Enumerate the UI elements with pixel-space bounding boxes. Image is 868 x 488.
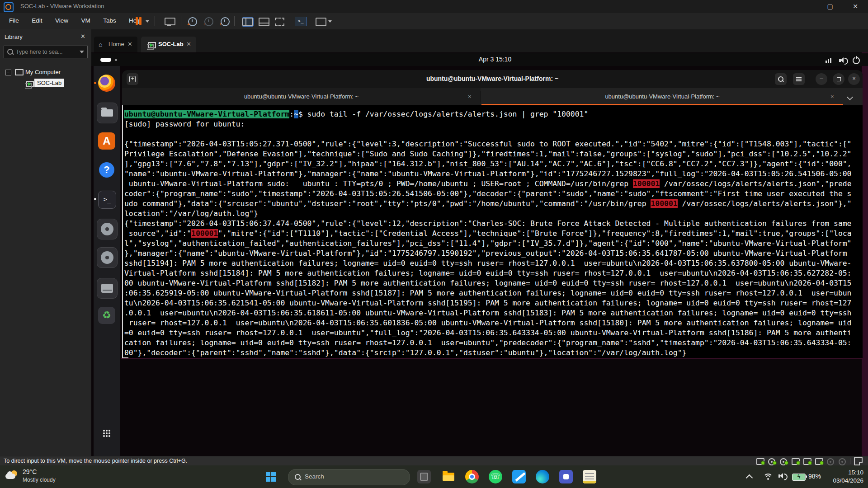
- blue-app-icon[interactable]: [559, 470, 573, 483]
- file-explorer-icon[interactable]: [442, 470, 455, 483]
- tab-home-close-icon[interactable]: ✕: [127, 41, 132, 47]
- usb-icon[interactable]: [826, 458, 835, 464]
- network-adapter-icon[interactable]: [803, 458, 811, 464]
- library-search-input[interactable]: Type here to sea...: [4, 46, 88, 58]
- terminal-close-button[interactable]: ×: [848, 73, 860, 85]
- tree-expander-icon[interactable]: −: [5, 70, 11, 75]
- show-thumbnail-bar-button[interactable]: [259, 18, 269, 26]
- window-minimize-button[interactable]: –: [792, 0, 817, 13]
- terminal-search-button[interactable]: [775, 73, 787, 85]
- weather-widget[interactable]: 29°C Mostly cloudy: [5, 468, 78, 486]
- dock-recycle-icon[interactable]: ♻: [97, 305, 117, 325]
- pause-button-icon[interactable]: [136, 17, 138, 25]
- menu-view[interactable]: View: [50, 13, 74, 24]
- show-library-button[interactable]: [242, 18, 253, 26]
- notepad-icon[interactable]: [583, 470, 596, 483]
- terminal-left-edge-line: [122, 105, 123, 358]
- workspace-pill-indicator[interactable]: [100, 58, 111, 62]
- vmware-titlebar: SOC-Lab - VMware Workstation – ▢ ✕: [0, 0, 868, 13]
- cdrom-icon[interactable]: [779, 458, 788, 464]
- manage-snapshots-button[interactable]: ›: [221, 17, 230, 26]
- floppy-icon[interactable]: [791, 458, 799, 464]
- enter-fullscreen-button[interactable]: [316, 18, 326, 26]
- pause-button-icon[interactable]: [139, 17, 142, 25]
- tab-home-label: Home: [108, 41, 124, 47]
- menu-vm[interactable]: VM: [75, 13, 95, 24]
- message-log-icon[interactable]: [854, 457, 863, 465]
- fullscreen-caret[interactable]: [328, 20, 332, 23]
- tab-separator: [481, 91, 481, 103]
- dock-app-grid-icon[interactable]: [97, 423, 117, 443]
- tree-item-soc-lab[interactable]: SOC-Lab: [0, 78, 91, 88]
- vm-display[interactable]: Apr 3 15:10 A ? >_ ♻ ubuntu@ubuntu-VMwar…: [91, 52, 868, 456]
- terminal-minimize-button[interactable]: –: [816, 73, 827, 85]
- terminal-line: location":"/var/log/auth.log"}: [124, 209, 863, 219]
- dock-firefox-icon[interactable]: [97, 73, 117, 93]
- unity-view-button[interactable]: [275, 18, 284, 26]
- chrome-icon[interactable]: [465, 470, 479, 483]
- dock-help-icon[interactable]: ?: [97, 160, 117, 180]
- library-search-placeholder: Type here to sea...: [16, 49, 63, 55]
- terminal-tab-2-active[interactable]: ubuntu@ubuntu-VMware-Virtual-Platform: ~…: [481, 88, 843, 105]
- sound-icon[interactable]: [815, 458, 823, 464]
- terminal-tab-1[interactable]: ubuntu@ubuntu-VMware-Virtual-Platform: ~…: [122, 88, 481, 105]
- terminal-tab-1-close-icon[interactable]: ×: [468, 93, 472, 100]
- take-snapshot-button[interactable]: +: [188, 17, 197, 26]
- terminal-line: source","id":"100001","mitre":{"id":["T1…: [124, 229, 863, 239]
- system-status-icon[interactable]: [826, 58, 832, 63]
- library-close-button[interactable]: ✕: [80, 33, 85, 40]
- start-button[interactable]: [266, 472, 276, 482]
- terminal-menu-button[interactable]: [793, 73, 805, 85]
- dock-terminal-icon[interactable]: >_: [97, 189, 117, 209]
- dock-media-player-icon[interactable]: [97, 247, 118, 268]
- menu-tabs[interactable]: Tabs: [98, 13, 122, 24]
- terminal-line: [sudo] password for ubuntu:: [124, 119, 863, 129]
- dock-files-icon[interactable]: [97, 103, 118, 123]
- search-dropdown-caret[interactable]: [80, 51, 84, 53]
- search-placeholder: Search: [305, 473, 324, 480]
- taskbar-search-input[interactable]: Search: [288, 469, 410, 485]
- dock-disc-player-icon[interactable]: [97, 219, 118, 239]
- taskbar-clock[interactable]: 15:10 03/04/2026: [800, 469, 863, 485]
- terminal-window[interactable]: ubuntu@ubuntu-VMware-Virtual-Platform: ~…: [122, 70, 863, 358]
- terminal-line: =0 euid=0 tty=ssh ruser= rhost=127.0.0.1…: [124, 328, 863, 338]
- weather-description: Mostly cloudy: [23, 477, 56, 483]
- terminal-line: },"manager":{"name":"ubuntu-VMware-Virtu…: [124, 249, 863, 258]
- terminal-line: {"timestamp":"2026-04-03T15:05:27.371-05…: [124, 139, 863, 149]
- wifi-icon[interactable]: [763, 474, 773, 481]
- tab-soc-lab-close-icon[interactable]: ✕: [186, 41, 191, 47]
- workspace-dot-indicator[interactable]: [115, 59, 117, 61]
- ubuntu-clock[interactable]: Apr 3 15:10: [450, 56, 540, 63]
- window-maximize-button[interactable]: ▢: [817, 0, 843, 13]
- terminal-body[interactable]: ubuntu@ubuntu-VMware-Virtual-Platform:~$…: [122, 105, 863, 358]
- terminal-line: udo command"},"data":{"srcuser":"ubuntu"…: [124, 199, 863, 209]
- terminal-tab-2-close-icon[interactable]: ×: [830, 93, 834, 100]
- dock-drives-icon[interactable]: [97, 278, 118, 299]
- console-view-button[interactable]: >_: [295, 17, 307, 26]
- window-close-button[interactable]: ✕: [843, 0, 868, 13]
- task-view-button[interactable]: [417, 470, 431, 483]
- vscode-icon[interactable]: [512, 470, 526, 483]
- terminal-line: cation failures; logname= uid=0 euid=0 t…: [124, 338, 863, 348]
- menu-file[interactable]: File: [4, 13, 24, 24]
- tree-item-my-computer[interactable]: − My Computer: [0, 67, 91, 77]
- terminal-line: Privilege Escalation","Defense Evasion"]…: [124, 149, 863, 159]
- cdrom-icon[interactable]: [768, 458, 776, 464]
- tray-chevron-icon[interactable]: [746, 474, 753, 482]
- whatsapp-icon[interactable]: ☏: [489, 470, 502, 483]
- power-options-caret[interactable]: [146, 20, 149, 23]
- hard-disk-icon[interactable]: [756, 458, 764, 464]
- menu-help[interactable]: Help: [123, 13, 147, 24]
- dock-ubuntu-software-icon[interactable]: A: [97, 131, 117, 151]
- revert-snapshot-button[interactable]: ‹: [204, 17, 213, 26]
- tab-list-chevron-icon[interactable]: [847, 94, 853, 100]
- terminal-restore-button[interactable]: [833, 73, 844, 85]
- taskbar-date: 03/04/2026: [800, 477, 863, 485]
- menu-edit[interactable]: Edit: [26, 13, 47, 24]
- tab-home[interactable]: ⌂ Home ✕: [94, 37, 137, 52]
- edge-icon[interactable]: [536, 470, 549, 483]
- tab-soc-lab[interactable]: SOC-Lab ✕: [141, 37, 196, 52]
- ctrl-alt-del-button[interactable]: [165, 18, 175, 25]
- bluetooth-icon[interactable]: [838, 458, 846, 464]
- power-icon[interactable]: [853, 57, 860, 64]
